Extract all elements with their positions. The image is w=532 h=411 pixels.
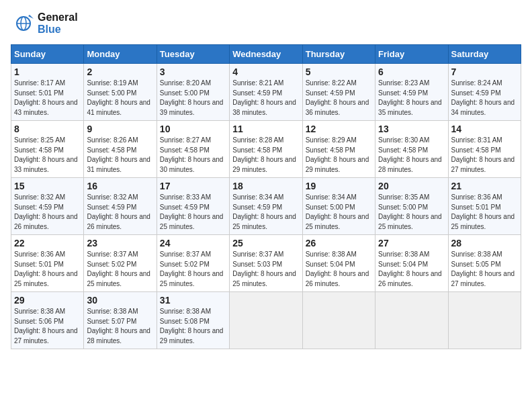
calendar-cell: 22 Sunrise: 8:36 AMSunset: 5:01 PMDaylig… [11,235,84,292]
day-number: 31 [160,295,226,306]
day-info: Sunrise: 8:28 AMSunset: 4:58 PMDaylight:… [232,136,296,173]
calendar-week-3: 15 Sunrise: 8:32 AMSunset: 4:59 PMDaylig… [11,178,521,235]
calendar-cell [375,292,448,349]
calendar-cell: 28 Sunrise: 8:38 AMSunset: 5:05 PMDaylig… [448,235,521,292]
day-info: Sunrise: 8:36 AMSunset: 5:01 PMDaylight:… [14,250,78,287]
day-info: Sunrise: 8:32 AMSunset: 4:59 PMDaylight:… [14,193,78,230]
day-info: Sunrise: 8:29 AMSunset: 4:58 PMDaylight:… [306,136,369,173]
day-info: Sunrise: 8:30 AMSunset: 4:58 PMDaylight:… [378,136,442,173]
day-info: Sunrise: 8:27 AMSunset: 4:58 PMDaylight:… [160,136,224,173]
calendar-cell: 7 Sunrise: 8:24 AMSunset: 4:59 PMDayligh… [448,64,521,121]
day-info: Sunrise: 8:38 AMSunset: 5:04 PMDaylight:… [306,250,369,287]
calendar-cell: 23 Sunrise: 8:37 AMSunset: 5:02 PMDaylig… [84,235,157,292]
day-number: 17 [160,181,226,191]
day-number: 14 [451,124,518,134]
weekday-header-friday: Friday [375,45,448,64]
day-info: Sunrise: 8:37 AMSunset: 5:02 PMDaylight:… [87,250,150,287]
day-info: Sunrise: 8:38 AMSunset: 5:06 PMDaylight:… [14,308,78,345]
day-number: 1 [14,66,81,77]
day-info: Sunrise: 8:17 AMSunset: 5:01 PMDaylight:… [14,79,78,116]
day-number: 28 [451,238,518,248]
logo-general: General [38,11,78,24]
day-info: Sunrise: 8:23 AMSunset: 4:59 PMDaylight:… [378,79,442,116]
day-info: Sunrise: 8:20 AMSunset: 5:00 PMDaylight:… [160,79,224,116]
calendar-cell: 1 Sunrise: 8:17 AMSunset: 5:01 PMDayligh… [11,64,84,121]
calendar-cell: 13 Sunrise: 8:30 AMSunset: 4:58 PMDaylig… [375,121,448,178]
calendar-week-1: 1 Sunrise: 8:17 AMSunset: 5:01 PMDayligh… [11,64,521,121]
day-info: Sunrise: 8:34 AMSunset: 4:59 PMDaylight:… [232,193,296,230]
weekday-header-saturday: Saturday [448,45,521,64]
day-number: 25 [232,238,299,248]
day-info: Sunrise: 8:38 AMSunset: 5:05 PMDaylight:… [451,250,515,287]
calendar-cell: 27 Sunrise: 8:38 AMSunset: 5:04 PMDaylig… [375,235,448,292]
calendar-cell: 2 Sunrise: 8:19 AMSunset: 5:00 PMDayligh… [84,64,157,121]
day-number: 30 [87,295,153,306]
day-info: Sunrise: 8:19 AMSunset: 5:00 PMDaylight:… [87,79,150,116]
day-number: 15 [14,181,81,191]
calendar-cell: 6 Sunrise: 8:23 AMSunset: 4:59 PMDayligh… [375,64,448,121]
day-number: 6 [378,66,445,77]
day-info: Sunrise: 8:22 AMSunset: 4:59 PMDaylight:… [306,79,369,116]
day-number: 24 [160,238,226,248]
calendar-cell: 9 Sunrise: 8:26 AMSunset: 4:58 PMDayligh… [84,121,157,178]
logo: General Blue [11,11,78,36]
calendar-cell [448,292,521,349]
calendar-cell: 14 Sunrise: 8:31 AMSunset: 4:58 PMDaylig… [448,121,521,178]
calendar-cell: 10 Sunrise: 8:27 AMSunset: 4:58 PMDaylig… [157,121,229,178]
header: General Blue [11,11,521,36]
day-number: 27 [378,238,445,248]
calendar-cell: 16 Sunrise: 8:32 AMSunset: 4:59 PMDaylig… [84,178,157,235]
day-number: 12 [306,124,372,134]
day-info: Sunrise: 8:37 AMSunset: 5:03 PMDaylight:… [232,250,296,287]
calendar-cell [302,292,375,349]
calendar-cell: 21 Sunrise: 8:36 AMSunset: 5:01 PMDaylig… [448,178,521,235]
day-number: 26 [306,238,372,248]
day-number: 7 [451,66,518,77]
calendar-cell: 26 Sunrise: 8:38 AMSunset: 5:04 PMDaylig… [302,235,375,292]
calendar-cell [230,292,302,349]
weekday-header-monday: Monday [84,45,157,64]
day-number: 4 [232,66,299,77]
weekday-header-tuesday: Tuesday [157,45,229,64]
day-number: 29 [14,295,81,306]
logo-globe-icon [11,11,36,36]
calendar-cell: 5 Sunrise: 8:22 AMSunset: 4:59 PMDayligh… [302,64,375,121]
day-info: Sunrise: 8:37 AMSunset: 5:02 PMDaylight:… [160,250,224,287]
day-info: Sunrise: 8:26 AMSunset: 4:58 PMDaylight:… [87,136,150,173]
day-number: 16 [87,181,153,191]
day-number: 10 [160,124,226,134]
day-info: Sunrise: 8:33 AMSunset: 4:59 PMDaylight:… [160,193,224,230]
day-number: 22 [14,238,81,248]
day-info: Sunrise: 8:24 AMSunset: 4:59 PMDaylight:… [451,79,515,116]
day-info: Sunrise: 8:35 AMSunset: 5:00 PMDaylight:… [378,193,442,230]
day-number: 5 [306,66,372,77]
calendar-cell: 18 Sunrise: 8:34 AMSunset: 4:59 PMDaylig… [230,178,302,235]
weekday-header-thursday: Thursday [302,45,375,64]
svg-marker-3 [28,15,34,19]
calendar-week-4: 22 Sunrise: 8:36 AMSunset: 5:01 PMDaylig… [11,235,521,292]
day-info: Sunrise: 8:38 AMSunset: 5:08 PMDaylight:… [160,308,224,345]
calendar-table: SundayMondayTuesdayWednesdayThursdayFrid… [11,44,521,349]
day-number: 23 [87,238,153,248]
weekday-header-sunday: Sunday [11,45,84,64]
day-info: Sunrise: 8:21 AMSunset: 4:59 PMDaylight:… [232,79,296,116]
day-number: 21 [451,181,518,191]
calendar-cell: 15 Sunrise: 8:32 AMSunset: 4:59 PMDaylig… [11,178,84,235]
day-number: 13 [378,124,445,134]
day-info: Sunrise: 8:32 AMSunset: 4:59 PMDaylight:… [87,193,150,230]
day-number: 19 [306,181,372,191]
calendar-cell: 30 Sunrise: 8:38 AMSunset: 5:07 PMDaylig… [84,292,157,349]
calendar-cell: 29 Sunrise: 8:38 AMSunset: 5:06 PMDaylig… [11,292,84,349]
day-number: 11 [232,124,299,134]
day-number: 2 [87,66,153,77]
day-info: Sunrise: 8:38 AMSunset: 5:04 PMDaylight:… [378,250,442,287]
day-info: Sunrise: 8:34 AMSunset: 5:00 PMDaylight:… [306,193,369,230]
calendar-cell: 12 Sunrise: 8:29 AMSunset: 4:58 PMDaylig… [302,121,375,178]
calendar-cell: 4 Sunrise: 8:21 AMSunset: 4:59 PMDayligh… [230,64,302,121]
calendar-cell: 20 Sunrise: 8:35 AMSunset: 5:00 PMDaylig… [375,178,448,235]
calendar-cell: 3 Sunrise: 8:20 AMSunset: 5:00 PMDayligh… [157,64,229,121]
calendar-week-2: 8 Sunrise: 8:25 AMSunset: 4:58 PMDayligh… [11,121,521,178]
calendar-week-5: 29 Sunrise: 8:38 AMSunset: 5:06 PMDaylig… [11,292,521,349]
day-number: 9 [87,124,153,134]
calendar-cell: 19 Sunrise: 8:34 AMSunset: 5:00 PMDaylig… [302,178,375,235]
